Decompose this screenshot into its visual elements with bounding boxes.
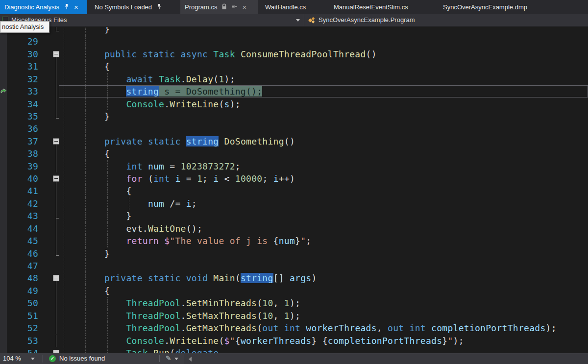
code-line[interactable]: 30 public static async Task ConsumeThrea… xyxy=(0,48,588,60)
line-number: 47 xyxy=(14,260,38,272)
breakpoint-margin[interactable] xyxy=(0,247,7,260)
close-icon[interactable]: × xyxy=(74,3,78,11)
tab-waithandle-cs[interactable]: WaitHandle.cs xyxy=(261,0,310,14)
breakpoint-margin[interactable] xyxy=(0,322,7,334)
chevron-down-icon[interactable] xyxy=(174,358,178,360)
code-line[interactable]: 34 Console.WriteLine(s); xyxy=(0,98,588,110)
scroll-left-icon[interactable] xyxy=(189,357,192,362)
type-context-dropdown[interactable]: SyncOverAsyncExample.Program xyxy=(318,16,415,24)
breakpoint-margin[interactable] xyxy=(0,48,7,60)
tab-label: Diagnostic Analysis xyxy=(4,3,59,11)
tab-syncoverasyncexample-dmp[interactable]: SyncOverAsyncExample.dmp xyxy=(439,0,532,14)
breakpoint-margin[interactable] xyxy=(0,160,7,172)
pin-icon[interactable] xyxy=(231,3,238,11)
code-line[interactable]: 28 } xyxy=(0,27,588,35)
code-text: int num = 1023873272; xyxy=(61,160,241,172)
tab-no-symbols-loaded[interactable]: No Symbols Loaded xyxy=(90,0,172,14)
code-text: } xyxy=(61,27,110,35)
breakpoint-margin[interactable] xyxy=(0,135,7,147)
breakpoint-margin[interactable] xyxy=(0,285,7,297)
tab-diagnostic-analysis[interactable]: Diagnostic Analysis × xyxy=(0,0,87,14)
code-line[interactable]: 39 int num = 1023873272; xyxy=(0,160,588,172)
breakpoint-margin[interactable] xyxy=(0,222,7,235)
code-editor[interactable]: 28 }2930 public static async Task Consum… xyxy=(0,27,588,353)
collapse-toggle-icon[interactable] xyxy=(53,275,59,281)
issues-status-text[interactable]: No issues found xyxy=(59,355,105,362)
line-number: 33 xyxy=(14,85,38,97)
tab-program-cs[interactable]: Program.cs × xyxy=(180,0,258,14)
code-line[interactable]: 45 return $"The value of j is {num}"; xyxy=(0,235,588,247)
code-line[interactable]: 29 xyxy=(0,35,588,48)
close-icon[interactable]: × xyxy=(242,3,246,11)
breakpoint-margin[interactable] xyxy=(0,197,7,210)
code-line[interactable]: 51 ThreadPool.SetMaxThreads(10, 1); xyxy=(0,310,588,322)
code-cleanup-icon[interactable]: ✎ xyxy=(166,354,172,362)
breakpoint-margin[interactable] xyxy=(0,235,7,247)
code-line[interactable]: 52 ThreadPool.GetMaxThreads(out int work… xyxy=(0,322,588,334)
code-text: evt.WaitOne(); xyxy=(61,222,202,235)
zoom-level-dropdown[interactable]: 104 % xyxy=(3,355,21,362)
chevron-down-icon[interactable] xyxy=(31,358,35,360)
code-line[interactable]: 40 for (int i = 1; i < 10000; i++) xyxy=(0,172,588,185)
code-line[interactable]: 42 num /= i; xyxy=(0,197,588,210)
code-line[interactable]: 49 { xyxy=(0,285,588,297)
code-text: } xyxy=(61,247,110,260)
code-line[interactable]: 33 string s = DoSomething(); xyxy=(0,85,588,97)
code-line[interactable]: 36 xyxy=(0,122,588,135)
breakpoint-margin[interactable] xyxy=(0,172,7,185)
breakpoint-margin[interactable] xyxy=(0,347,7,353)
code-text: await Task.Delay(1); xyxy=(61,73,235,85)
breakpoint-margin[interactable] xyxy=(0,185,7,197)
current-statement-icon xyxy=(0,88,7,95)
tab-label: ManualResetEventSlim.cs xyxy=(334,3,408,11)
breakpoint-margin[interactable] xyxy=(0,73,7,85)
code-text: ThreadPool.SetMaxThreads(10, 1); xyxy=(61,310,300,322)
code-line[interactable]: 53 Console.WriteLine($"{workerThreads} {… xyxy=(0,335,588,347)
line-number: 42 xyxy=(14,197,38,210)
breakpoint-margin[interactable] xyxy=(0,98,7,110)
code-line[interactable]: 35 } xyxy=(0,110,588,122)
code-line[interactable]: 50 ThreadPool.SetMinThreads(10, 1); xyxy=(0,297,588,309)
line-number: 43 xyxy=(14,210,38,222)
indent-guide xyxy=(85,260,86,272)
code-line[interactable]: 54 Task.Run(delegate xyxy=(0,347,588,353)
breakpoint-margin[interactable] xyxy=(0,210,7,222)
code-line[interactable]: 44 evt.WaitOne(); xyxy=(0,222,588,235)
horizontal-scrollbar[interactable] xyxy=(184,354,588,364)
code-line[interactable]: 37 private static string DoSomething() xyxy=(0,135,588,147)
code-line[interactable]: 48 private static void Main(string[] arg… xyxy=(0,272,588,284)
line-number: 44 xyxy=(14,222,38,235)
chevron-down-icon xyxy=(296,19,300,22)
code-line[interactable]: 41 { xyxy=(0,185,588,197)
breakpoint-margin[interactable] xyxy=(0,110,7,122)
pin-icon[interactable] xyxy=(64,3,70,11)
code-line[interactable]: 43 } xyxy=(0,210,588,222)
indent-guide xyxy=(64,35,64,48)
breakpoint-margin[interactable] xyxy=(0,310,7,322)
divider xyxy=(159,355,160,362)
breakpoint-margin[interactable] xyxy=(0,147,7,160)
breakpoint-margin[interactable] xyxy=(0,335,7,347)
code-line[interactable]: 47 xyxy=(0,260,588,272)
breakpoint-margin[interactable] xyxy=(0,60,7,73)
outline-line xyxy=(56,322,56,334)
code-line[interactable]: 31 { xyxy=(0,60,588,73)
breakpoint-margin[interactable] xyxy=(0,260,7,272)
breakpoint-margin[interactable] xyxy=(0,272,7,284)
code-line[interactable]: 46 } xyxy=(0,247,588,260)
breakpoint-margin[interactable] xyxy=(0,122,7,135)
collapse-toggle-icon[interactable] xyxy=(53,175,59,182)
outline-line xyxy=(56,147,56,160)
code-line[interactable]: 38 { xyxy=(0,147,588,160)
breakpoint-margin[interactable] xyxy=(0,297,7,309)
outline-line xyxy=(56,235,56,247)
tab-manualreseteventslim-cs[interactable]: ManualResetEventSlim.cs xyxy=(329,0,413,14)
breakpoint-margin[interactable] xyxy=(0,85,7,97)
breakpoint-margin[interactable] xyxy=(0,35,7,48)
indent-guide xyxy=(64,260,64,272)
code-line[interactable]: 32 await Task.Delay(1); xyxy=(0,73,588,85)
code-text: string s = DoSomething(); xyxy=(61,85,262,97)
collapse-toggle-icon[interactable] xyxy=(53,138,59,145)
pin-icon[interactable] xyxy=(156,3,162,11)
collapse-toggle-icon[interactable] xyxy=(53,51,59,57)
